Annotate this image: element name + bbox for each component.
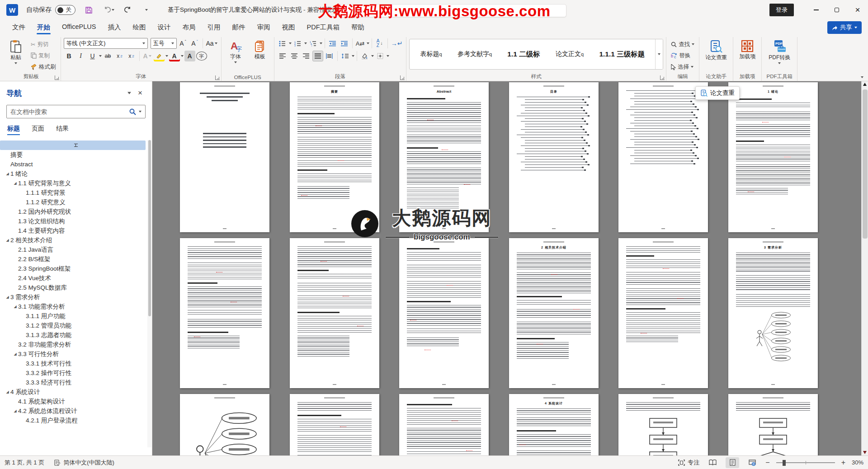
search-options-caret[interactable] <box>139 111 142 113</box>
nav-tab-1[interactable]: 页面 <box>32 125 44 135</box>
align-center-button[interactable] <box>289 51 300 61</box>
copy-button[interactable]: 复制 <box>29 51 58 61</box>
asian-layout-button[interactable]: A⇄ <box>355 38 366 49</box>
officeplus-font-button[interactable]: A字 字体 <box>224 38 247 73</box>
page-thumbnail-4[interactable]: 目录 <box>509 82 599 232</box>
page-thumbnail-7[interactable] <box>180 238 269 388</box>
borders-caret[interactable] <box>387 55 389 57</box>
increase-indent-button[interactable] <box>339 38 350 49</box>
menu-tab-10[interactable]: 视图 <box>276 20 301 35</box>
grow-font-button[interactable]: Aˆ <box>178 38 189 49</box>
nav-tree-item-25[interactable]: 3.3.3 经济可行性 <box>0 378 152 387</box>
nav-collapse-button[interactable] <box>124 88 135 98</box>
word-app-icon[interactable]: W <box>6 4 18 16</box>
expand-triangle-icon[interactable]: ◢ <box>12 305 18 309</box>
menu-tab-11[interactable]: PDF工具箱 <box>301 20 346 35</box>
nav-tree-item-17[interactable]: ◢3.1 功能需求分析 <box>0 302 152 311</box>
close-button[interactable]: × <box>847 0 868 20</box>
enclose-characters-button[interactable]: 字 <box>196 52 207 61</box>
multilevel-list-button[interactable]: 1ai <box>308 38 319 49</box>
paper-check-button[interactable]: 论文查重 <box>702 38 730 73</box>
menu-tab-1[interactable]: 开始 <box>31 20 56 35</box>
maximize-button[interactable] <box>826 0 847 20</box>
paragraph-dialog-launcher[interactable] <box>400 75 405 80</box>
nav-tree-item-9[interactable]: 1.4 主要研究内容 <box>0 226 152 235</box>
save-button[interactable] <box>83 4 94 16</box>
menu-tab-7[interactable]: 引用 <box>202 20 226 35</box>
nav-tree-item-7[interactable]: 1.2 国内外研究现状 <box>0 207 152 216</box>
nav-tree-item-18[interactable]: 3.1.1 用户功能 <box>0 311 152 321</box>
borders-button[interactable] <box>375 51 386 61</box>
cut-button[interactable]: ✂剪切 <box>29 39 58 49</box>
expand-triangle-icon[interactable]: ◢ <box>5 295 10 299</box>
menu-tab-12[interactable]: 帮助 <box>345 20 370 35</box>
font-dialog-launcher[interactable] <box>215 75 220 80</box>
replace-button[interactable]: bc 替换 <box>669 51 696 61</box>
page-indicator[interactable]: 第 1 页, 共 1 页 <box>5 459 44 467</box>
page-thumbnail-18[interactable] <box>728 394 818 455</box>
nav-tree-item-13[interactable]: 2.3 SpringBoot框架 <box>0 264 152 273</box>
page-thumbnail-16[interactable]: 4 系统设计 <box>509 394 599 455</box>
nav-tree-item-11[interactable]: 2.1 Java语言 <box>0 245 152 254</box>
font-color-caret[interactable] <box>181 55 184 57</box>
nav-tree-item-21[interactable]: 3.2 非功能需求分析 <box>0 340 152 349</box>
menu-tab-6[interactable]: 布局 <box>177 20 202 35</box>
clipboard-dialog-launcher[interactable] <box>55 75 59 80</box>
scroll-down-icon[interactable] <box>863 451 867 454</box>
nav-tree-item-28[interactable]: ◢4.2 系统总体流程设计 <box>0 406 152 416</box>
line-spacing-button[interactable] <box>340 51 351 61</box>
nav-tab-0[interactable]: 标题 <box>7 125 20 135</box>
nav-tree-item-6[interactable]: 1.1.2 研究意义 <box>0 197 152 207</box>
web-layout-button[interactable] <box>745 457 759 468</box>
numbering-button[interactable]: 123 <box>292 38 303 49</box>
expand-triangle-icon[interactable]: ◢ <box>12 181 18 185</box>
language-indicator[interactable]: 简体中文(中国大陆) <box>54 459 114 467</box>
nav-tree-item-23[interactable]: 3.3.1 技术可行性 <box>0 359 152 368</box>
nav-tree-item-22[interactable]: ◢3.3 可行性分析 <box>0 349 152 359</box>
shrink-font-button[interactable]: Aˇ <box>189 38 200 49</box>
justify-button[interactable] <box>312 51 323 61</box>
numbering-caret[interactable] <box>304 42 307 44</box>
format-painter-button[interactable]: 格式刷 <box>29 62 58 72</box>
underline-button[interactable]: U <box>87 51 98 61</box>
nav-tree-item-10[interactable]: ◢2 相关技术介绍 <box>0 235 152 245</box>
nav-tree-item-19[interactable]: 3.1.2 管理员功能 <box>0 321 152 330</box>
minimize-button[interactable] <box>806 0 826 20</box>
page-thumbnail-5[interactable] <box>618 82 708 232</box>
expand-triangle-icon[interactable]: ◢ <box>5 390 10 394</box>
focus-mode-button[interactable]: 专注 <box>678 459 699 467</box>
style-item-2[interactable]: 1.1 二级标 <box>507 50 540 59</box>
document-scrollbar-thumb[interactable] <box>863 89 868 239</box>
quick-access-more-button[interactable] <box>141 4 152 16</box>
decrease-indent-button[interactable] <box>327 38 338 49</box>
nav-tree-item-0[interactable] <box>0 141 146 150</box>
page-thumbnail-9[interactable] <box>399 238 489 388</box>
menu-tab-8[interactable]: 邮件 <box>226 20 251 35</box>
character-shading-button[interactable]: A <box>184 51 195 61</box>
shading-caret[interactable] <box>371 55 374 57</box>
nav-tree-item-26[interactable]: ◢4 系统设计 <box>0 387 152 397</box>
nav-tree-item-15[interactable]: 2.5 MySQL数据库 <box>0 283 152 292</box>
share-button[interactable]: 共享 <box>827 21 862 34</box>
style-item-0[interactable]: 表标题q <box>420 50 442 58</box>
font-size-select[interactable]: 五号 <box>151 38 177 49</box>
expand-triangle-icon[interactable]: ◢ <box>12 409 18 413</box>
styles-dialog-launcher[interactable] <box>660 75 665 80</box>
scroll-up-icon[interactable] <box>863 83 867 86</box>
page-thumbnail-10[interactable]: 2 相关技术介绍 <box>509 238 599 388</box>
search-icon[interactable] <box>129 108 136 115</box>
underline-caret[interactable] <box>99 55 102 57</box>
multilevel-caret[interactable] <box>320 42 322 44</box>
bold-button[interactable]: B <box>64 51 75 61</box>
align-right-button[interactable] <box>301 51 311 61</box>
italic-button[interactable]: I <box>75 51 86 61</box>
expand-triangle-icon[interactable]: ◢ <box>5 172 10 176</box>
page-thumbnail-14[interactable] <box>290 394 379 455</box>
expand-triangle-icon[interactable]: ◢ <box>5 238 10 242</box>
page-thumbnail-13[interactable] <box>180 394 269 455</box>
nav-tree-item-3[interactable]: ◢1 绪论 <box>0 169 152 178</box>
nav-tree-item-12[interactable]: 2.2 B/S框架 <box>0 254 152 264</box>
login-button[interactable]: 登录 <box>769 4 794 16</box>
menu-tab-4[interactable]: 绘图 <box>127 20 152 35</box>
show-marks-button[interactable]: →↵ <box>390 38 404 49</box>
